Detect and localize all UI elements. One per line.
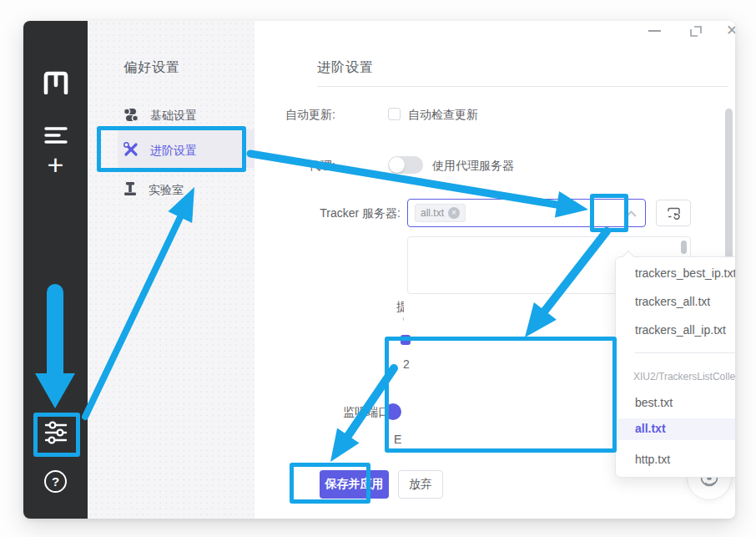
- proxy-switch-label: 使用代理服务器: [432, 159, 514, 174]
- dropdown-option-selected[interactable]: all.txt: [635, 422, 666, 435]
- auto-update-checkbox-label[interactable]: 自动检查更新: [408, 108, 478, 123]
- textarea-scrollbar[interactable]: [681, 241, 687, 254]
- preferences-nav: 偏好设置 基础设置: [88, 21, 255, 519]
- tools-icon: [123, 142, 139, 160]
- settings-panel: ✕ 进阶设置 自动更新: 自动检查更新 代理: 使用代理服务器 Tracker …: [255, 21, 735, 519]
- auto-update-label: 自动更新:: [244, 108, 335, 123]
- app-sidebar: + ?: [23, 21, 88, 519]
- page-title: 进阶设置: [317, 59, 374, 77]
- maximize-button[interactable]: [690, 25, 703, 41]
- listen-port-label: 监听端口: [343, 405, 390, 420]
- dropdown-option[interactable]: best.txt: [635, 396, 673, 409]
- tag-label: all.txt: [421, 207, 444, 219]
- proxy-toggle[interactable]: [388, 156, 423, 174]
- dropdown-divider: [635, 352, 735, 353]
- toggles-icon: [123, 108, 139, 124]
- dropdown-option[interactable]: trackers_best_ip.txt: [635, 266, 735, 280]
- tracker-select[interactable]: all.txt ×: [407, 199, 646, 227]
- nav-item-label: 基础设置: [150, 109, 197, 124]
- selected-tracker-tag: all.txt ×: [415, 204, 466, 222]
- nav-item-advanced[interactable]: 进阶设置: [123, 142, 197, 160]
- checked-checkbox-fragment: [401, 335, 411, 345]
- preferences-icon[interactable]: [23, 420, 88, 445]
- auto-update-checkbox[interactable]: [388, 108, 401, 120]
- letter-fragment: E: [394, 433, 401, 446]
- sync-trackers-button[interactable]: [656, 200, 691, 226]
- dropdown-group-label: XIU2/TrackersListCollection: [633, 371, 735, 382]
- dropdown-option[interactable]: trackers_all_ip.txt: [635, 323, 726, 337]
- toggle-knob: [389, 157, 405, 173]
- tracker-label: Tracker 服务器:: [309, 206, 401, 221]
- nav-item-basic[interactable]: 基础设置: [123, 108, 197, 124]
- app-window: + ? 偏好设置: [23, 21, 735, 519]
- dropdown-option[interactable]: http.txt: [635, 453, 670, 466]
- help-text-fragment: 〈: [397, 313, 404, 326]
- screen: + ? 偏好设置: [0, 0, 756, 537]
- nav-item-lab[interactable]: 实验室: [123, 182, 184, 198]
- tag-remove-icon[interactable]: ×: [448, 207, 460, 219]
- add-task-icon[interactable]: +: [23, 150, 88, 179]
- discard-button[interactable]: 放弃: [398, 470, 443, 499]
- help-icon[interactable]: ?: [23, 470, 88, 493]
- proxy-label: 代理:: [244, 159, 335, 174]
- save-apply-button[interactable]: 保存并应用: [320, 470, 389, 499]
- tracker-dropdown: trackers_best_ip.txt trackers_all.txt tr…: [615, 256, 735, 478]
- sync-icon: [667, 207, 681, 220]
- lab-stamp-icon: [123, 182, 137, 198]
- motrix-logo: [23, 71, 88, 94]
- prefs-title: 偏好设置: [123, 59, 180, 77]
- task-list-icon[interactable]: [23, 126, 88, 144]
- port-button-fragment: [385, 403, 401, 420]
- close-button[interactable]: ✕: [726, 22, 735, 39]
- nav-item-label: 进阶设置: [150, 144, 197, 159]
- chevron-up-icon[interactable]: [626, 210, 637, 217]
- title-divider: [317, 86, 728, 87]
- dropdown-option[interactable]: trackers_all.txt: [635, 295, 710, 308]
- minimize-button[interactable]: [648, 30, 661, 32]
- nav-item-label: 实验室: [149, 183, 184, 198]
- number-fragment: 2: [403, 357, 410, 371]
